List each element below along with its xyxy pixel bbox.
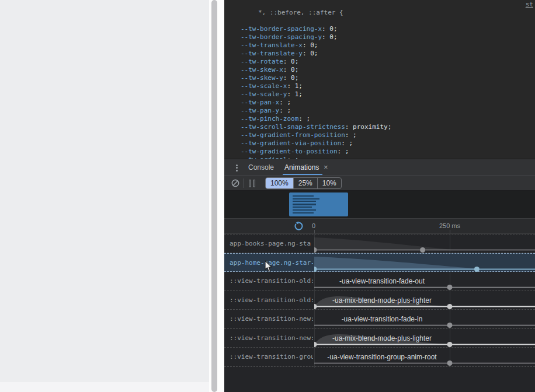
page-scrollbar[interactable] [209,0,224,392]
css-property-value[interactable]: : ; [279,99,291,106]
css-property-value[interactable]: : 1; [287,82,303,90]
animation-name-label: -ua-view-transition-group-anim-root [314,353,450,361]
timeline-zero-label: 0 [312,222,315,229]
css-declaration[interactable]: --tw-pinch-zoom: ; [227,115,535,123]
animation-row[interactable]: ::view-transition-old:-ua-mix-blend-mode… [224,291,535,310]
animation-track[interactable]: -ua-mix-blend-mode-plus-lighter [314,329,535,348]
css-property-name[interactable]: --tw-border-spacing-x [241,25,322,33]
animation-track[interactable]: -ua-view-transition-group-anim-root [314,348,535,367]
speed-10-button[interactable]: 10% [318,178,341,188]
animation-track[interactable]: -ua-view-transition-fade-out [314,272,535,291]
animation-track[interactable]: -ua-view-transition-fade-in [314,310,535,329]
css-property-value[interactable]: : 0; [322,33,338,41]
animation-target-label[interactable]: app-books-page.ng-sta [230,235,313,254]
css-declaration[interactable]: --tw-border-spacing-x: 0; [227,25,535,33]
css-declaration[interactable]: --tw-pan-y: ; [227,107,535,115]
tab-animations[interactable]: Animations [284,159,319,176]
animation-name-label: -ua-mix-blend-mode-plus-lighter [314,296,450,304]
animation-track-graphic [314,254,535,273]
timeline-end-label: 250 ms [435,222,465,229]
css-property-name[interactable]: --tw-rotate [241,58,283,65]
animation-target-label[interactable]: ::view-transition-new: [230,329,313,348]
css-property-name[interactable]: --tw-gradient-to-position [241,148,338,155]
css-property-name[interactable]: --tw-translate-x [241,41,303,49]
css-declaration[interactable]: --tw-scale-x: 1; [227,82,535,90]
animation-row[interactable]: app-home-page.ng-star- [224,253,535,272]
more-tools-icon[interactable] [232,163,241,172]
animations-toolbar: 100% 25% 10% [224,175,535,191]
css-property-value[interactable]: : ; [298,115,310,123]
css-declarations: --tw-border-spacing-x: 0;--tw-border-spa… [227,25,535,159]
animation-name-label: -ua-mix-blend-mode-plus-lighter [314,334,450,342]
css-property-name[interactable]: --tw-scale-y [241,90,287,98]
css-selector-line[interactable]: *, ::before, ::after { [227,1,535,25]
animation-row[interactable]: ::view-transition-new:-ua-mix-blend-mode… [224,329,535,348]
inspected-page-viewport [0,0,209,392]
stylesheet-source-link[interactable]: st [526,1,533,9]
css-declaration[interactable]: --tw-gradient-to-position: ; [227,148,535,156]
timeline-ruler[interactable]: 0 250 ms [224,218,535,234]
animation-row[interactable]: app-books-page.ng-sta [224,234,535,253]
animation-row[interactable]: ::view-transition-old:-ua-view-transitio… [224,272,535,291]
animation-target-label[interactable]: app-home-page.ng-star- [230,254,313,273]
animation-name-label: -ua-view-transition-fade-out [314,277,450,285]
styles-pane: *, ::before, ::after { --tw-border-spaci… [224,0,535,159]
css-declaration[interactable]: --tw-gradient-from-position: ; [227,131,535,139]
css-declaration[interactable]: --tw-border-spacing-y: 0; [227,33,535,41]
css-property-name[interactable]: --tw-scale-x [241,82,287,90]
css-property-value[interactable]: : 1; [287,90,303,98]
css-property-value[interactable]: : ; [279,107,291,114]
css-declaration[interactable]: --tw-scale-y: 1; [227,90,535,99]
css-property-name[interactable]: --tw-scroll-snap-strictness [241,123,345,131]
replay-icon[interactable] [294,221,304,231]
css-selector: *, ::before, ::after { [258,9,343,16]
css-property-value[interactable]: : 0; [283,74,299,82]
clear-all-icon[interactable] [231,179,239,187]
css-property-value[interactable]: : 0; [303,50,318,57]
page-scrollbar-thumb[interactable] [211,0,217,392]
css-property-name[interactable]: --tw-pan-x [241,99,279,106]
css-declaration[interactable]: --tw-pan-x: ; [227,99,535,107]
css-property-value[interactable]: : 0; [303,41,318,49]
css-declaration[interactable]: --tw-scroll-snap-strictness: proximity; [227,123,535,131]
animation-target-label[interactable]: ::view-transition-grou [230,348,313,367]
css-declaration[interactable]: --tw-gradient-via-position: ; [227,139,535,148]
animation-target-label[interactable]: ::view-transition-new: [230,310,313,329]
css-declaration[interactable]: --tw-skew-x: 0; [227,66,535,74]
animation-target-label[interactable]: ::view-transition-old: [230,291,313,310]
tab-console[interactable]: Console [248,159,274,176]
css-property-name[interactable]: --tw-skew-y [241,74,283,82]
css-property-value[interactable]: : 0; [283,66,299,74]
css-property-value[interactable]: : 0; [322,25,338,33]
speed-25-button[interactable]: 25% [294,178,318,188]
css-declaration[interactable]: --tw-rotate: 0; [227,58,535,66]
css-property-name[interactable]: --tw-pan-y [241,107,279,114]
css-declaration[interactable]: --tw-translate-x: 0; [227,41,535,50]
css-property-name[interactable]: --tw-border-spacing-y [241,33,322,41]
pause-all-icon[interactable] [249,179,258,187]
animation-target-label[interactable]: ::view-transition-old: [230,272,313,291]
css-property-value[interactable]: : ; [341,139,353,147]
animation-track[interactable] [314,235,535,254]
css-declaration[interactable]: --tw-skew-y: 0; [227,74,535,82]
animation-row[interactable]: ::view-transition-grou-ua-view-transitio… [224,348,535,367]
timeline-tick-0 [314,230,315,233]
animation-rows: app-books-page.ng-staapp-home-page.ng-st… [224,234,535,392]
css-property-name[interactable]: --tw-skew-x [241,66,283,74]
drawer-tabbar: Console Animations × [224,159,535,175]
css-property-name[interactable]: --tw-gradient-via-position [241,139,341,147]
css-property-value[interactable]: : proximity; [345,123,391,131]
speed-100-button[interactable]: 100% [266,178,294,188]
css-property-value[interactable]: : 0; [283,58,299,65]
animation-track[interactable] [314,254,535,273]
css-property-name[interactable]: --tw-gradient-from-position [241,131,345,139]
animation-row[interactable]: ::view-transition-new:-ua-view-transitio… [224,310,535,329]
css-declaration[interactable]: --tw-translate-y: 0; [227,50,535,58]
css-property-name[interactable]: --tw-pinch-zoom [241,115,298,123]
css-property-value[interactable]: : ; [338,148,349,155]
close-tab-icon[interactable]: × [324,159,328,176]
animation-preview-thumbnail[interactable] [289,192,348,216]
css-property-value[interactable]: : ; [345,131,357,139]
animation-track[interactable]: -ua-mix-blend-mode-plus-lighter [314,291,535,310]
css-property-name[interactable]: --tw-translate-y [241,50,303,57]
